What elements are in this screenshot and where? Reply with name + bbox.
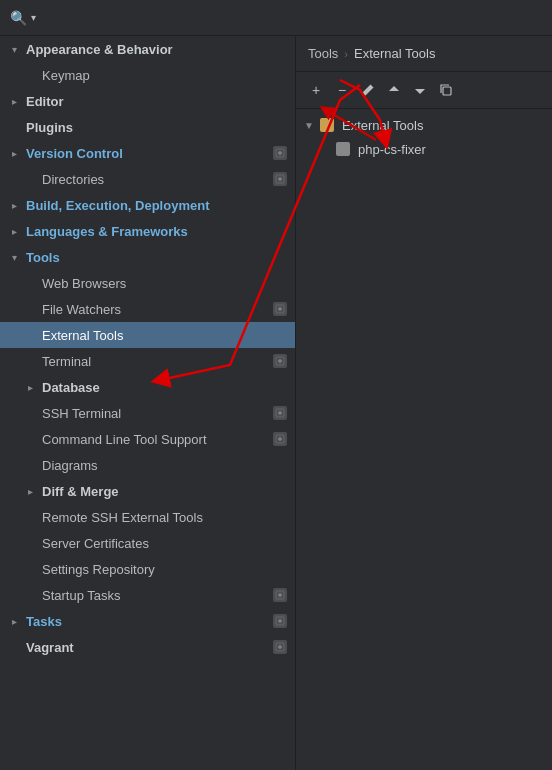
chevron-icon: ▸ (12, 148, 26, 159)
sidebar-item-label: Appearance & Behavior (26, 42, 287, 57)
sidebar-item-settings-repo[interactable]: Settings Repository (0, 556, 295, 582)
breadcrumb-part1: Tools (308, 46, 338, 61)
sidebar-item-terminal[interactable]: Terminal (0, 348, 295, 374)
tree-chevron: ▼ (304, 120, 316, 131)
settings-indicator-icon (273, 588, 287, 602)
chevron-icon: ▸ (28, 382, 42, 393)
sidebar-item-label: SSH Terminal (42, 406, 273, 421)
search-icon: 🔍 (10, 10, 27, 26)
sidebar-item-build[interactable]: ▸Build, Execution, Deployment (0, 192, 295, 218)
chevron-icon: ▾ (12, 252, 26, 263)
breadcrumb-separator: › (344, 48, 348, 60)
sidebar-item-web-browsers[interactable]: Web Browsers (0, 270, 295, 296)
search-bar[interactable]: 🔍 ▾ (10, 10, 36, 26)
settings-indicator-icon (273, 302, 287, 316)
sidebar-item-version-control[interactable]: ▸Version Control (0, 140, 295, 166)
settings-indicator-icon (273, 172, 287, 186)
sidebar-item-label: Startup Tasks (42, 588, 273, 603)
sidebar-item-languages[interactable]: ▸Languages & Frameworks (0, 218, 295, 244)
chevron-icon: ▸ (28, 486, 42, 497)
chevron-icon: ▸ (12, 226, 26, 237)
sidebar-item-label: External Tools (42, 328, 287, 343)
sidebar-item-label: Languages & Frameworks (26, 224, 287, 239)
sidebar-item-startup-tasks[interactable]: Startup Tasks (0, 582, 295, 608)
sidebar-item-server-certs[interactable]: Server Certificates (0, 530, 295, 556)
sidebar-item-label: Build, Execution, Deployment (26, 198, 287, 213)
sidebar-item-label: Diagrams (42, 458, 287, 473)
sidebar-item-diff-merge[interactable]: ▸Diff & Merge (0, 478, 295, 504)
right-panel: Tools › External Tools + − (296, 36, 552, 770)
tree-root-item[interactable]: ▼ External Tools (296, 113, 552, 137)
toolbar: + − (296, 72, 552, 109)
sidebar-item-database[interactable]: ▸Database (0, 374, 295, 400)
sidebar: ▾Appearance & BehaviorKeymap▸EditorPlugi… (0, 36, 296, 770)
sidebar-item-label: Server Certificates (42, 536, 287, 551)
sidebar-item-label: File Watchers (42, 302, 273, 317)
sidebar-item-vagrant[interactable]: Vagrant (0, 634, 295, 660)
tree-area: ▼ External Tools php-cs-fixer (296, 109, 552, 770)
move-down-button[interactable] (408, 78, 432, 102)
sidebar-item-label: Command Line Tool Support (42, 432, 273, 447)
settings-indicator-icon (273, 614, 287, 628)
edit-button[interactable] (356, 78, 380, 102)
sidebar-item-label: Editor (26, 94, 287, 109)
sidebar-item-label: Version Control (26, 146, 273, 161)
sidebar-item-directories[interactable]: Directories (0, 166, 295, 192)
sidebar-item-label: Keymap (42, 68, 287, 83)
sidebar-item-file-watchers[interactable]: File Watchers (0, 296, 295, 322)
settings-indicator-icon (273, 406, 287, 420)
sidebar-item-ssh-terminal[interactable]: SSH Terminal (0, 400, 295, 426)
move-up-button[interactable] (382, 78, 406, 102)
tree-child-item[interactable]: php-cs-fixer (296, 137, 552, 161)
chevron-icon: ▸ (12, 200, 26, 211)
sidebar-item-plugins[interactable]: Plugins (0, 114, 295, 140)
svg-rect-27 (443, 87, 451, 95)
sidebar-item-label: Plugins (26, 120, 287, 135)
sidebar-item-editor[interactable]: ▸Editor (0, 88, 295, 114)
sidebar-item-appearance[interactable]: ▾Appearance & Behavior (0, 36, 295, 62)
sidebar-item-diagrams[interactable]: Diagrams (0, 452, 295, 478)
sidebar-item-remote-ssh[interactable]: Remote SSH External Tools (0, 504, 295, 530)
sidebar-item-label: Vagrant (26, 640, 273, 655)
sidebar-item-label: Tools (26, 250, 287, 265)
top-bar: 🔍 ▾ (0, 0, 552, 36)
settings-indicator-icon (273, 146, 287, 160)
sidebar-item-label: Database (42, 380, 287, 395)
sidebar-item-tools[interactable]: ▾Tools (0, 244, 295, 270)
folder-icon (320, 118, 334, 132)
sidebar-item-label: Remote SSH External Tools (42, 510, 287, 525)
sidebar-item-label: Diff & Merge (42, 484, 287, 499)
chevron-icon: ▾ (12, 44, 26, 55)
remove-button[interactable]: − (330, 78, 354, 102)
tree-child-folder-icon (336, 142, 350, 156)
sidebar-item-keymap[interactable]: Keymap (0, 62, 295, 88)
sidebar-item-command-line[interactable]: Command Line Tool Support (0, 426, 295, 452)
sidebar-item-external-tools[interactable]: External Tools (0, 322, 295, 348)
sidebar-item-label: Web Browsers (42, 276, 287, 291)
chevron-icon: ▸ (12, 616, 26, 627)
sidebar-item-label: Tasks (26, 614, 273, 629)
settings-indicator-icon (273, 432, 287, 446)
sidebar-item-label: Terminal (42, 354, 273, 369)
sidebar-item-tasks[interactable]: ▸Tasks (0, 608, 295, 634)
copy-button[interactable] (434, 78, 458, 102)
settings-indicator-icon (273, 354, 287, 368)
breadcrumb-part2: External Tools (354, 46, 435, 61)
tree-child-label: php-cs-fixer (358, 142, 426, 157)
sidebar-item-label: Directories (42, 172, 273, 187)
sidebar-item-label: Settings Repository (42, 562, 287, 577)
tree-root-label: External Tools (342, 118, 423, 133)
add-button[interactable]: + (304, 78, 328, 102)
breadcrumb: Tools › External Tools (296, 36, 552, 72)
chevron-icon: ▸ (12, 96, 26, 107)
settings-indicator-icon (273, 640, 287, 654)
main-layout: ▾Appearance & BehaviorKeymap▸EditorPlugi… (0, 36, 552, 770)
search-dropdown-icon: ▾ (31, 12, 36, 23)
